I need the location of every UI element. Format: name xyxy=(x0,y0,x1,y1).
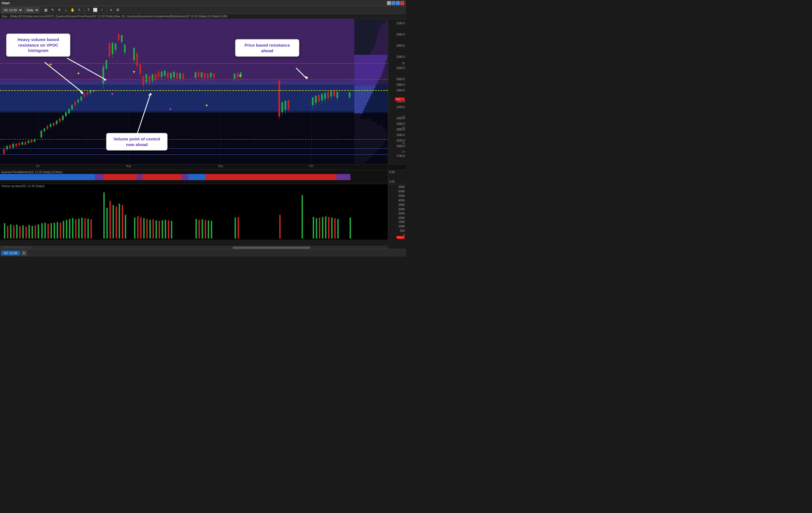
timeframe-select[interactable]: Daily xyxy=(24,7,39,13)
svg-rect-38 xyxy=(354,116,360,119)
svg-rect-32 xyxy=(354,99,368,102)
svg-rect-203 xyxy=(282,102,283,112)
minimize-button[interactable]: ─ xyxy=(387,1,391,5)
svg-rect-17 xyxy=(354,58,387,60)
svg-rect-145 xyxy=(124,45,126,53)
tab-gc-1220[interactable]: GC 12-20 xyxy=(1,251,20,256)
svg-rect-265 xyxy=(38,225,39,238)
svg-rect-317 xyxy=(322,217,323,238)
volume-panel-label: Volume up down(GC 12-20 (Daily)) xyxy=(1,184,45,188)
svg-rect-23 xyxy=(354,74,381,77)
svg-rect-292 xyxy=(137,216,139,238)
svg-rect-159 xyxy=(152,75,153,81)
price-1980: 1980.0 xyxy=(396,83,405,86)
restore-button[interactable]: ◻ xyxy=(392,1,396,5)
svg-rect-133 xyxy=(106,60,107,69)
instrument-select[interactable]: GC 12-20 xyxy=(1,7,23,13)
svg-rect-155 xyxy=(145,74,147,82)
indicator-icon[interactable]: ≡ xyxy=(108,7,114,13)
tab-add-button[interactable]: + xyxy=(21,250,27,256)
text-tool-icon[interactable]: T xyxy=(86,7,91,13)
svg-rect-276 xyxy=(72,218,74,238)
price-1880: 1880.0 xyxy=(396,122,405,125)
svg-rect-15 xyxy=(354,53,370,55)
vol-150k: 150K xyxy=(399,220,405,223)
svg-rect-77 xyxy=(6,146,8,149)
svg-rect-20 xyxy=(354,66,384,69)
x-axis: Jul Aug Sep Oct xyxy=(0,164,406,170)
draw-icon[interactable]: ✎ xyxy=(50,7,55,13)
svg-rect-219 xyxy=(327,92,329,98)
svg-rect-95 xyxy=(34,139,35,142)
svg-rect-18 xyxy=(354,60,386,63)
svg-rect-29 xyxy=(354,91,373,94)
svg-rect-277 xyxy=(75,219,77,238)
svg-rect-278 xyxy=(78,219,80,238)
svg-rect-0 xyxy=(354,19,387,21)
horizontal-scrollbar[interactable] xyxy=(0,246,388,249)
svg-rect-284 xyxy=(106,208,108,238)
x-label-sep: Sep xyxy=(218,165,223,168)
trend-scale-bottom: 0.02 xyxy=(389,180,405,183)
svg-rect-223 xyxy=(334,90,335,96)
svg-rect-139 xyxy=(115,44,116,50)
rect-tool-icon[interactable]: ⬜ xyxy=(92,7,98,13)
close-button[interactable]: ✕ xyxy=(400,1,404,5)
svg-rect-4 xyxy=(354,28,379,30)
vol-300k: 300K xyxy=(399,207,405,210)
svg-rect-117 xyxy=(71,105,73,110)
svg-rect-45 xyxy=(354,136,387,139)
svg-rect-13 xyxy=(354,48,373,50)
bar-chart-icon[interactable]: ▦ xyxy=(43,7,49,13)
settings-icon[interactable]: ⚙ xyxy=(115,7,121,13)
toolbar: GC 12-20 Daily ▦ ✎ ✛ ⌕ ✋ ↖ T ⬜ / ≡ ⚙ xyxy=(0,6,406,14)
svg-rect-75 xyxy=(3,149,5,154)
svg-rect-305 xyxy=(199,220,200,238)
svg-rect-258 xyxy=(16,225,18,238)
x-label-jul: Jul xyxy=(36,165,40,168)
svg-rect-175 xyxy=(176,73,178,78)
line-tool-icon[interactable]: / xyxy=(99,7,105,13)
svg-rect-286 xyxy=(113,205,114,238)
svg-rect-247 xyxy=(137,174,142,180)
svg-rect-264 xyxy=(35,225,36,238)
svg-rect-289 xyxy=(122,205,123,238)
price-2000: 2000.0 xyxy=(396,78,405,81)
scrollbar-thumb[interactable] xyxy=(233,247,310,249)
svg-rect-101 xyxy=(47,126,48,129)
svg-rect-43 xyxy=(354,130,386,133)
price-2100: 2100.0 xyxy=(396,22,405,25)
svg-rect-7 xyxy=(354,35,377,37)
svg-rect-221 xyxy=(330,91,332,96)
toolbar-sep3 xyxy=(106,7,107,12)
zoom-icon[interactable]: ⌕ xyxy=(63,7,69,13)
price-1860: 1860.0 xyxy=(396,128,405,131)
heavy-volume-annotation: Heavy volume based resistance on VPOC hi… xyxy=(6,33,70,57)
svg-rect-50 xyxy=(354,150,377,152)
main-chart[interactable]: 2100.0 2080.0 2060.0 2040.0 1x 2020.0 20… xyxy=(0,19,406,164)
svg-rect-299 xyxy=(158,221,160,238)
svg-rect-115 xyxy=(68,109,70,113)
svg-rect-143 xyxy=(121,35,123,42)
svg-rect-267 xyxy=(45,223,46,238)
svg-rect-14 xyxy=(354,50,371,53)
maximize-button[interactable]: □ xyxy=(396,1,400,5)
support-line-1830 xyxy=(0,139,388,140)
svg-rect-121 xyxy=(77,100,79,103)
svg-rect-27 xyxy=(354,85,375,88)
select-icon[interactable]: ↖ xyxy=(77,7,82,13)
crosshair-icon[interactable]: ✛ xyxy=(56,7,62,13)
svg-rect-113 xyxy=(65,112,67,116)
svg-rect-36 xyxy=(354,111,363,113)
svg-rect-125 xyxy=(84,94,85,96)
svg-rect-211 xyxy=(315,96,317,103)
svg-rect-8 xyxy=(354,37,377,39)
svg-rect-310 xyxy=(235,218,236,238)
svg-rect-131 xyxy=(103,66,104,84)
svg-rect-301 xyxy=(165,220,166,238)
svg-rect-288 xyxy=(119,204,120,238)
price-1800: 1800.0 xyxy=(396,145,405,148)
pan-icon[interactable]: ✋ xyxy=(70,7,76,13)
svg-rect-227 xyxy=(349,92,350,97)
trend-monitor-scale: 0.06 0.02 xyxy=(388,170,406,184)
